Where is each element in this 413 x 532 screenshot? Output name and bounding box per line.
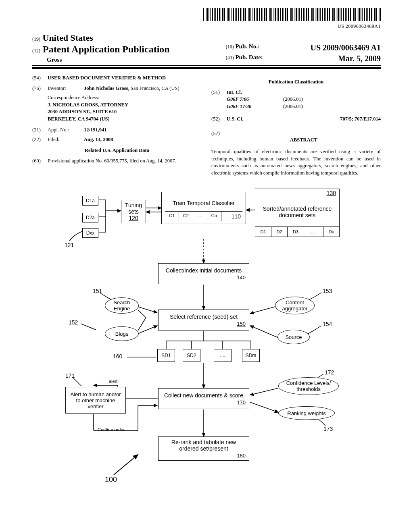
pub-type: Patent Application Publication [43,44,170,54]
d-cell-4: Dk [323,227,339,237]
intcl-label: Int. Cl. [227,89,381,96]
svg-line-15 [250,307,275,314]
pub-type-code: (12) [32,48,40,54]
abstract-heading: ABSTRACT [227,137,381,144]
pubno-label: Pub. No.: [235,43,259,50]
collect-index-ref: 140 [237,274,246,281]
uscl-label: U.S. Cl. [227,116,243,123]
svg-line-14 [138,326,157,334]
filed-value: Aug. 14, 2008 [84,136,202,143]
doc-dxx: Dxx [82,228,98,238]
sorted-label: Sorted/annotated reference document sets [255,197,339,227]
ref-171: 171 [65,372,75,379]
c-cell-0: C1 [165,212,179,221]
d-cell-0: D1 [255,227,271,237]
svg-line-36 [114,455,138,475]
abstract-code: (57) [211,130,227,146]
filed-label: Filed: [48,136,84,143]
ref-100: 100 [105,476,117,484]
collect-score-ref: 170 [237,399,246,405]
correspondence-name: J. NICHOLAS GROSS, ATTORNEY [48,102,202,109]
dotted-leader [245,119,338,119]
applno-label: Appl. No.: [48,127,84,134]
d-cell-1: D2 [271,227,288,237]
intcl-class-1: G06F 17/30 [227,103,267,110]
ref-151: 151 [93,288,102,294]
uscl-code: (52) [211,116,227,123]
select-seed-label: Select reference (seed) set [170,314,238,320]
alert-text-label: alert [109,379,117,384]
applno-value: 12/191,941 [84,127,202,134]
intcl-year-1: (2006.01) [267,103,381,110]
applno-code: (21) [32,127,48,134]
barcode-text: US 20090063469A1 [32,23,381,29]
provisional-code: (60) [32,158,48,165]
collect-index-label: Collect/index initial documents [166,267,242,274]
select-seed-ref: 150 [237,321,246,327]
confirm-text-label: Confirm order [98,427,125,432]
svg-line-33 [81,324,96,330]
ref-160: 160 [113,353,122,360]
inventor-label: Inventor: [48,85,84,92]
country-code: (19) [32,36,40,42]
doc-d1a: D1a [82,196,98,206]
sorted-docs-box: 130 Sorted/annotated reference document … [255,189,340,237]
sorted-ref: 130 [255,189,339,197]
intcl-year-0: (2006.01) [267,96,381,103]
uscl-value: 707/5; 707/E17.014 [340,116,381,123]
train-label: Train Temporal Classifier [165,195,242,212]
intcl-code: (51) [211,89,227,110]
related-data-heading: Related U.S. Application Data [32,147,202,154]
barcode-graphic [203,8,381,21]
train-ref: 110 [221,212,242,221]
source-oval: Source [277,330,310,344]
pubno-code: (10) [226,44,234,50]
confidence-oval: Confidence Levels/ thresholds [278,377,339,395]
svg-line-18 [138,318,146,330]
ranking-weights-oval: Ranking weights [278,406,335,420]
provisional-text: Provisional application No. 60/955,775, … [48,158,202,165]
collect-score-box: Collect new documents & score 170 [158,388,249,409]
blogs-oval: Blogs [105,326,139,341]
svg-line-35 [73,378,81,386]
rerank-box: Re-rank and tabulate new ordered set/pre… [158,436,249,461]
correspondence-street: 2030 ADDISON ST., SUITE 610 [48,108,202,116]
intcl-class-0: G06F 7/06 [227,96,267,103]
alert-box: Alert to human and/or to other machine v… [65,387,126,414]
sd-cell-2: .... [214,349,232,362]
svg-line-13 [138,307,157,313]
header-rule [32,67,381,69]
title-code: (54) [32,75,48,82]
inventor-code: (76) [32,85,48,92]
ref-121: 121 [65,242,74,248]
collect-index-box: Collect/index initial documents 140 [158,263,249,284]
correspondence-city: BERKELEY, CA 94704 (US) [48,116,202,123]
d-cell-2: D3 [288,227,304,237]
sd-cell-0: SD1 [157,349,175,362]
tuning-ref: 120 [129,215,138,221]
ref-154: 154 [323,321,332,327]
train-classifier-box: Train Temporal Classifier C1 C2 ... Cn 1… [161,192,246,224]
tuning-label: Tuning sets [125,202,142,215]
document-header: (19) United States (12) Patent Applicati… [32,33,381,66]
rerank-ref: 180 [237,453,246,459]
author-name: Gross [32,56,222,63]
inventor-location: , San Francisco, CA (US) [128,85,179,91]
svg-line-26 [250,388,278,395]
content-aggregator-oval: Content aggregator [275,297,315,314]
ref-152: 152 [69,319,78,326]
pubdate-value: Mar. 5, 2009 [338,54,381,63]
country-name: United States [43,33,93,43]
ref-153: 153 [323,288,332,294]
abstract-text: Temporal qualities of electronic documen… [211,148,381,177]
c-cell-1: C2 [179,212,193,221]
flowchart-figure: D1a D2a Dxx Tuning sets 120 Train Tempor… [57,189,356,487]
select-seed-box: Select reference (seed) set 150 [158,310,249,330]
ref-172: 172 [325,369,334,376]
d-cell-3: .... [304,227,323,237]
correspondence-label: Correspondence Address: [48,94,202,102]
barcode-area: US 20090063469A1 [32,8,381,29]
pubdate-label: Pub. Date: [235,54,263,60]
pubdate-code: (43) [226,55,234,60]
tuning-sets-box: Tuning sets 120 [121,200,146,223]
